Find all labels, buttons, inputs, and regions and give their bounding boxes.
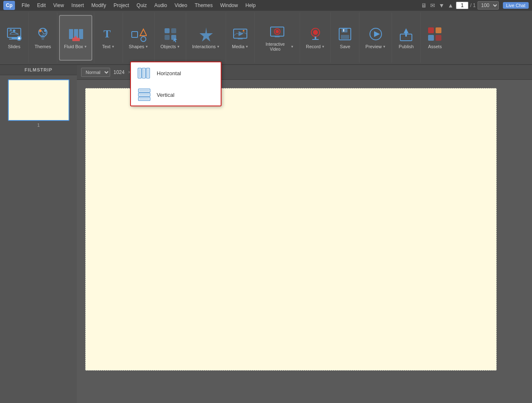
svg-marker-60 (374, 31, 380, 37)
menu-audio[interactable]: Audio (151, 2, 170, 9)
horizontal-icon (138, 66, 151, 80)
slide-thumbnail-container[interactable]: 1 (8, 79, 69, 128)
shapes-label: Shapes (129, 44, 144, 49)
horizontal-label: Horizontal (157, 70, 181, 76)
arrow-down-icon[interactable]: ▼ (438, 2, 445, 9)
canvas-view-select[interactable]: Normal Fit (81, 68, 110, 77)
toolbar-group-save: Save (331, 12, 360, 63)
record-icon (307, 26, 324, 42)
media-label: Media (232, 44, 244, 49)
text-button[interactable]: T Text ▼ (96, 15, 121, 61)
menu-help[interactable]: Help (242, 2, 259, 9)
assets-button[interactable]: Assets (422, 15, 447, 61)
svg-rect-65 (436, 27, 441, 33)
slide-canvas[interactable] (85, 88, 497, 371)
vertical-icon (138, 88, 151, 101)
objects-icon (162, 26, 179, 42)
svg-rect-32 (139, 98, 149, 100)
toolbar-group-interactions: Interactions ▼ (186, 12, 226, 63)
toolbar-group-publish: Publish (392, 12, 421, 63)
objects-button[interactable]: Objects ▼ (156, 15, 184, 61)
vertical-option[interactable]: Vertical (131, 84, 221, 106)
svg-point-52 (313, 30, 318, 35)
svg-rect-30 (139, 90, 149, 91)
interactions-label: Interactions (192, 44, 216, 49)
record-button[interactable]: Record ▼ (302, 15, 329, 61)
publish-button[interactable]: Publish (394, 15, 419, 61)
svg-rect-53 (315, 37, 316, 39)
canvas-content (77, 80, 532, 403)
slide-thumbnail (8, 79, 69, 121)
current-page-input[interactable]: 1 (456, 2, 468, 9)
menu-view[interactable]: View (50, 2, 67, 9)
preview-arrow: ▼ (382, 45, 386, 49)
svg-rect-56 (342, 28, 347, 32)
menu-themes[interactable]: Themes (191, 2, 216, 9)
menu-quiz[interactable]: Quiz (133, 2, 150, 9)
media-icon (232, 26, 249, 42)
text-icon: T (100, 26, 117, 42)
themes-label: Themes (34, 44, 51, 49)
svg-rect-37 (165, 28, 170, 33)
menu-video[interactable]: Video (171, 2, 190, 9)
svg-rect-25 (143, 69, 145, 77)
toolbar-group-text: T Text ▼ (94, 12, 123, 63)
svg-point-6 (10, 29, 12, 31)
interactive-video-button[interactable]: Interactive Video ▼ (256, 15, 298, 61)
svg-rect-26 (147, 69, 149, 77)
save-button[interactable]: Save (332, 15, 357, 61)
svg-rect-24 (139, 69, 140, 77)
interactive-video-label: Interactive Video (261, 42, 290, 52)
svg-rect-19 (72, 38, 80, 41)
svg-rect-57 (341, 35, 349, 39)
toolbar-group-themes: Themes (29, 12, 57, 63)
menu-insert[interactable]: Insert (68, 2, 87, 9)
publish-label: Publish (399, 44, 414, 49)
svg-marker-42 (200, 27, 213, 42)
vertical-label: Vertical (157, 92, 175, 98)
svg-rect-64 (428, 27, 434, 33)
fluidbox-button[interactable]: Fluid Box ▼ (59, 15, 92, 61)
svg-rect-50 (275, 36, 280, 37)
slides-button[interactable]: Slides (2, 15, 27, 61)
zoom-select[interactable]: 100 75 50 150 (478, 1, 499, 10)
slides-label: Slides (8, 44, 20, 49)
svg-text:T: T (103, 28, 111, 40)
slide-number: 1 (8, 123, 69, 128)
preview-label: Preview (365, 44, 382, 49)
shapes-icon (130, 26, 147, 42)
live-chat-button[interactable]: Live Chat (503, 2, 529, 9)
svg-point-49 (276, 30, 279, 33)
preview-button[interactable]: Preview ▼ (361, 15, 390, 61)
mail-icon[interactable]: ✉ (429, 2, 436, 9)
svg-rect-38 (171, 28, 176, 33)
interactive-video-icon (269, 24, 286, 40)
shapes-button[interactable]: Shapes ▼ (125, 15, 153, 61)
menu-window[interactable]: Window (217, 2, 241, 9)
ivideo-arrow: ▼ (291, 45, 294, 49)
objects-arrow: ▼ (177, 45, 180, 49)
save-label: Save (340, 44, 350, 49)
menu-edit[interactable]: Edit (34, 2, 49, 9)
menu-modify[interactable]: Modify (88, 2, 109, 9)
menu-project[interactable]: Project (110, 2, 132, 9)
horizontal-option[interactable]: Horizontal (131, 62, 221, 84)
interactions-button[interactable]: Interactions ▼ (188, 15, 224, 61)
svg-rect-16 (69, 29, 73, 39)
fluidbox-label: Fluid Box (64, 44, 83, 49)
arrow-up-icon[interactable]: ▲ (447, 2, 454, 9)
media-button[interactable]: Media ▼ (228, 15, 253, 61)
svg-rect-14 (41, 37, 45, 38)
monitor-icon[interactable]: 🖥 (420, 2, 428, 9)
fluidbox-arrow: ▼ (84, 45, 87, 49)
svg-rect-5 (10, 34, 19, 35)
svg-rect-18 (79, 29, 83, 39)
media-arrow: ▼ (245, 45, 249, 49)
themes-button[interactable]: Themes (30, 15, 55, 61)
svg-rect-54 (312, 39, 319, 40)
menu-file[interactable]: File (18, 2, 33, 9)
toolbar-group-shapes: Shapes ▼ (123, 12, 155, 63)
toolbar-group-slides: Slides (0, 12, 29, 63)
app-logo: Cp (3, 1, 15, 10)
assets-icon (426, 26, 443, 42)
